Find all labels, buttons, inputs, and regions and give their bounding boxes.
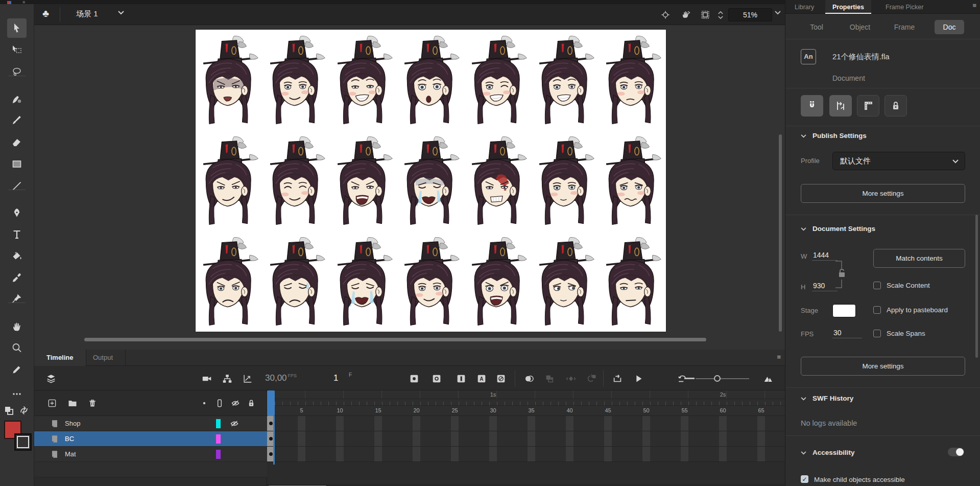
frame-row-bc[interactable] xyxy=(267,431,785,447)
layer-color-swatch[interactable] xyxy=(216,419,221,428)
frames-horizontal-scrollbar[interactable] xyxy=(267,484,785,486)
center-stage-icon[interactable] xyxy=(659,8,672,21)
square-a-button[interactable]: A xyxy=(475,372,488,385)
layer-hidden-eye-icon[interactable] xyxy=(229,419,240,429)
expression-sobbing[interactable]: .ln{fill:none;stroke:#2e2222;stroke-widt… xyxy=(397,130,465,231)
tool-pencil-tool[interactable] xyxy=(7,360,27,379)
tab-output[interactable]: Output xyxy=(81,350,126,366)
fps-display[interactable]: 30,00FPS xyxy=(265,373,297,383)
thumbnail-column-button[interactable] xyxy=(213,397,226,410)
subtab-object[interactable]: Object xyxy=(845,20,875,34)
onion-skin-button[interactable] xyxy=(522,372,536,385)
layer-name[interactable]: Shop xyxy=(65,420,80,427)
tool-fluid-brush-tool[interactable] xyxy=(7,89,27,109)
expression-gloomy[interactable]: .ln{fill:none;stroke:#2e2222;stroke-widt… xyxy=(196,30,263,130)
outline-dot-button[interactable] xyxy=(198,397,211,410)
play-button[interactable] xyxy=(632,372,645,385)
layer-color-swatch[interactable] xyxy=(216,450,221,459)
tool-pen-tool[interactable] xyxy=(7,203,27,223)
timeline-zoom-slider[interactable] xyxy=(696,378,749,379)
subtab-frame[interactable]: Frame xyxy=(890,20,919,34)
current-frame-display[interactable]: 1 xyxy=(333,373,338,383)
lock-all-button[interactable] xyxy=(245,397,258,410)
diamond-arrows-button[interactable] xyxy=(564,372,578,385)
tool-selection-tool[interactable] xyxy=(7,18,27,38)
square-dot-button[interactable] xyxy=(408,372,421,385)
tab-properties[interactable]: Properties xyxy=(825,0,871,14)
tool-eyedropper-tool[interactable] xyxy=(7,268,27,287)
match-contents-button[interactable]: Match contents xyxy=(873,249,965,268)
menu-icon[interactable]: ≡ xyxy=(22,1,25,4)
panel-menu-icon[interactable]: ≡ xyxy=(972,2,976,9)
layer-name[interactable]: BC xyxy=(65,435,74,443)
tab-library[interactable]: Library xyxy=(787,0,821,14)
tool-eraser-tool[interactable] xyxy=(7,132,27,152)
tool-line-tool[interactable] xyxy=(7,176,27,196)
loop-frames-button[interactable] xyxy=(611,372,624,385)
canvas-horizontal-scrollbar[interactable] xyxy=(84,338,706,341)
zoom-chevron-down-icon[interactable] xyxy=(775,11,781,15)
accessibility-header[interactable]: Accessibility xyxy=(801,449,855,456)
expression-smug-grin[interactable]: .ln{fill:none;stroke:#2e2222;stroke-widt… xyxy=(330,30,397,130)
expression-content[interactable]: .ln{fill:none;stroke:#2e2222;stroke-widt… xyxy=(263,130,330,231)
mountain-button[interactable] xyxy=(761,372,775,385)
layer-name[interactable]: Mat xyxy=(65,450,76,458)
new-folder-button[interactable] xyxy=(66,397,79,410)
expression-cheerful[interactable]: .ln{fill:none;stroke:#2e2222;stroke-widt… xyxy=(532,30,599,130)
stage-canvas[interactable]: .ln{fill:none;stroke:#2e2222;stroke-widt… xyxy=(196,30,666,332)
publish-more-settings-button[interactable]: More settings xyxy=(801,184,965,203)
tool-zoom-tool[interactable] xyxy=(7,338,27,358)
tab-timeline[interactable]: Timeline xyxy=(34,350,86,366)
magnet-snap-button[interactable] xyxy=(801,95,823,117)
scene-name[interactable]: 场景 1 xyxy=(76,9,98,19)
clip-content-icon[interactable] xyxy=(699,8,712,21)
timeline-panel-menu-icon[interactable]: ≡ xyxy=(777,353,781,361)
expression-worried[interactable]: .ln{fill:none;stroke:#2e2222;stroke-widt… xyxy=(263,231,330,332)
tool-more-tools[interactable] xyxy=(7,384,27,404)
layer-row-shop[interactable]: Shop xyxy=(34,416,267,431)
delete-layer-button[interactable] xyxy=(86,397,99,410)
expression-yelling[interactable]: .ln{fill:none;stroke:#2e2222;stroke-widt… xyxy=(464,231,532,332)
width-input[interactable]: 1444 xyxy=(812,251,838,261)
camera-button[interactable] xyxy=(200,372,213,385)
graph-button[interactable] xyxy=(241,372,254,385)
node-tree-button[interactable] xyxy=(221,372,234,385)
subtab-tool[interactable]: Tool xyxy=(804,20,829,34)
tool-hand-tool[interactable] xyxy=(7,317,27,336)
swf-history-header[interactable]: SWF History xyxy=(801,395,853,402)
link-wh-icon[interactable] xyxy=(834,258,848,291)
panel-scrollbar[interactable] xyxy=(975,215,978,358)
square-circle-button[interactable] xyxy=(430,372,443,385)
layer-row-mat[interactable]: Mat xyxy=(34,447,267,462)
expression-bloodied[interactable]: .ln{fill:none;stroke:#2e2222;stroke-widt… xyxy=(464,130,532,231)
frame-row-shop[interactable] xyxy=(267,416,785,431)
paste-frames-button[interactable] xyxy=(543,372,556,385)
tool-paint-bucket-tool[interactable] xyxy=(7,246,27,266)
expression-shouting[interactable]: .ln{fill:none;stroke:#2e2222;stroke-widt… xyxy=(330,130,397,231)
expression-crying[interactable]: .ln{fill:none;stroke:#2e2222;stroke-widt… xyxy=(330,231,397,332)
height-input[interactable]: 930 xyxy=(812,282,838,291)
tool-subselection-tool[interactable] xyxy=(7,40,27,60)
playhead[interactable] xyxy=(267,390,275,416)
scale-content-checkbox[interactable] xyxy=(873,282,881,289)
expression-sly[interactable]: .ln{fill:none;stroke:#2e2222;stroke-widt… xyxy=(196,130,263,231)
subtab-doc[interactable]: Doc xyxy=(935,20,964,34)
swap-arrows-icon[interactable] xyxy=(17,404,31,417)
stroke-color-swatch[interactable] xyxy=(14,433,32,451)
snap-align-button[interactable] xyxy=(829,95,852,117)
swap-objects-icon[interactable] xyxy=(2,404,15,417)
expression-deadpan[interactable]: .ln{fill:none;stroke:#2e2222;stroke-widt… xyxy=(599,231,666,332)
square-slash-button[interactable] xyxy=(494,372,508,385)
layer-row-bc[interactable]: BC xyxy=(34,431,267,447)
ruler-guides-button[interactable] xyxy=(857,95,879,117)
expression-flustered[interactable]: .ln{fill:none;stroke:#2e2222;stroke-widt… xyxy=(599,130,666,231)
zoom-stepper[interactable] xyxy=(716,8,725,22)
stage-color-swatch[interactable] xyxy=(832,304,856,317)
zoom-level-input[interactable]: 51% xyxy=(728,8,772,21)
expression-shocked[interactable]: .ln{fill:none;stroke:#2e2222;stroke-widt… xyxy=(397,30,465,130)
layer-color-swatch[interactable] xyxy=(216,434,221,444)
fps-input[interactable]: 30 xyxy=(832,329,862,338)
scene-chevron-down-icon[interactable] xyxy=(118,11,124,15)
canvas-vertical-scrollbar[interactable] xyxy=(779,134,782,332)
clubs-icon[interactable]: ♣ xyxy=(42,8,49,19)
